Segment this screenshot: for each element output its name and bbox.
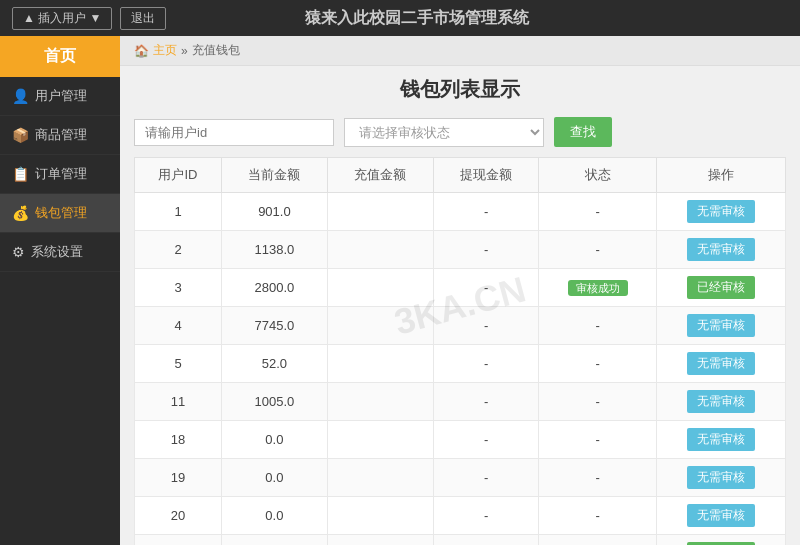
cell-user-id: 18 [135, 421, 222, 459]
page-title: 钱包列表显示 [134, 76, 786, 103]
cell-user-id: 3 [135, 269, 222, 307]
status-empty: - [596, 508, 600, 523]
table-row: 3 2800.0 - 审核成功 已经审核 [135, 269, 786, 307]
cell-status: 审核成功 [539, 269, 656, 307]
cell-recharge [327, 421, 433, 459]
cell-status: - [539, 345, 656, 383]
cell-current: 1138.0 [221, 231, 327, 269]
col-header-withdraw: 提现金额 [433, 158, 539, 193]
cell-withdraw: - [433, 231, 539, 269]
sidebar: 首页 👤 用户管理 📦 商品管理 📋 订单管理 💰 钱包管理 ⚙ 系统设置 [0, 36, 120, 545]
sidebar-item-order-mgmt[interactable]: 📋 订单管理 [0, 155, 120, 194]
cell-recharge [327, 345, 433, 383]
sidebar-label-system-settings: 系统设置 [31, 243, 83, 261]
cell-withdraw: - [433, 421, 539, 459]
cell-user-id: 5 [135, 345, 222, 383]
col-header-status: 状态 [539, 158, 656, 193]
content-area: 3KA.CN 钱包列表显示 请选择审核状态 无需审核 审核成功 审核失败 查找 … [120, 66, 800, 545]
cell-status: - [539, 459, 656, 497]
breadcrumb-home-link[interactable]: 主页 [153, 42, 177, 59]
user-id-input[interactable] [134, 119, 334, 146]
cell-withdraw: - [433, 307, 539, 345]
wallet-icon: 💰 [12, 205, 29, 221]
exit-button[interactable]: 退出 [120, 7, 166, 30]
cell-user-id: 11 [135, 383, 222, 421]
main-content: 🏠 主页 » 充值钱包 3KA.CN 钱包列表显示 请选择审核状态 无需审核 审… [120, 36, 800, 545]
col-header-recharge: 充值金额 [327, 158, 433, 193]
insert-user-button[interactable]: ▲ 插入用户 ▼ [12, 7, 112, 30]
table-row: 11 1005.0 - - 无需审核 [135, 383, 786, 421]
cell-status: - [539, 231, 656, 269]
cell-withdraw: - [433, 269, 539, 307]
table-row: 5 52.0 - - 无需审核 [135, 345, 786, 383]
action-button[interactable]: 无需审核 [687, 314, 755, 337]
cell-current: 0.0 [221, 497, 327, 535]
cell-recharge [327, 269, 433, 307]
action-button[interactable]: 无需审核 [687, 200, 755, 223]
status-select[interactable]: 请选择审核状态 无需审核 审核成功 审核失败 [344, 118, 544, 147]
action-button[interactable]: 无需审核 [687, 504, 755, 527]
cell-action: 无需审核 [656, 383, 785, 421]
col-header-current: 当前金额 [221, 158, 327, 193]
cell-status: - [539, 497, 656, 535]
sidebar-label-wallet-mgmt: 钱包管理 [35, 204, 87, 222]
sidebar-item-system-settings[interactable]: ⚙ 系统设置 [0, 233, 120, 272]
action-button[interactable]: 无需审核 [687, 466, 755, 489]
cell-status: - [539, 383, 656, 421]
sidebar-item-user-mgmt[interactable]: 👤 用户管理 [0, 77, 120, 116]
action-button[interactable]: 无需审核 [687, 428, 755, 451]
col-header-user-id: 用户ID [135, 158, 222, 193]
cell-current: 2800.0 [221, 269, 327, 307]
sidebar-home-label[interactable]: 首页 [0, 36, 120, 77]
sidebar-label-goods-mgmt: 商品管理 [35, 126, 87, 144]
cell-user-id: 20 [135, 497, 222, 535]
cell-user-id: 1 [135, 193, 222, 231]
cell-action: 无需审核 [656, 421, 785, 459]
breadcrumb-current: 充值钱包 [192, 42, 240, 59]
breadcrumb: 🏠 主页 » 充值钱包 [120, 36, 800, 66]
cell-status: - [539, 307, 656, 345]
cell-recharge [327, 307, 433, 345]
cell-current: 901.0 [221, 193, 327, 231]
table-row: 20 0.0 - - 无需审核 [135, 497, 786, 535]
user-icon: 👤 [12, 88, 29, 104]
table-row: 2 1138.0 - - 无需审核 [135, 231, 786, 269]
sidebar-label-user-mgmt: 用户管理 [35, 87, 87, 105]
cell-status: - [539, 421, 656, 459]
action-button[interactable]: 无需审核 [687, 238, 755, 261]
cell-action: 无需审核 [656, 459, 785, 497]
cell-recharge [327, 383, 433, 421]
cell-user-id: 2 [135, 231, 222, 269]
action-button[interactable]: 无需审核 [687, 390, 755, 413]
action-button[interactable]: 已经审核 [687, 276, 755, 299]
wallet-table: 用户ID 当前金额 充值金额 提现金额 状态 操作 1 901.0 - - 无需… [134, 157, 786, 545]
cell-current: 52.0 [221, 345, 327, 383]
cell-current: 0.0 [221, 421, 327, 459]
breadcrumb-separator: » [181, 44, 188, 58]
search-button[interactable]: 查找 [554, 117, 612, 147]
status-empty: - [596, 470, 600, 485]
cell-withdraw: - [433, 345, 539, 383]
status-empty: - [596, 356, 600, 371]
cell-user-id: 19 [135, 459, 222, 497]
cell-action: 无需审核 [656, 497, 785, 535]
table-row: 1 901.0 - - 无需审核 [135, 193, 786, 231]
status-empty: - [596, 432, 600, 447]
status-empty: - [596, 318, 600, 333]
cell-action: 无需审核 [656, 345, 785, 383]
cell-recharge [327, 459, 433, 497]
cell-action: 已经审核 [656, 269, 785, 307]
cell-action: 已经审核 [656, 535, 785, 546]
cell-user-id: 21 [135, 535, 222, 546]
cell-withdraw: - [433, 193, 539, 231]
table-row: 18 0.0 - - 无需审核 [135, 421, 786, 459]
sidebar-item-goods-mgmt[interactable]: 📦 商品管理 [0, 116, 120, 155]
action-button[interactable]: 无需审核 [687, 352, 755, 375]
status-empty: - [596, 204, 600, 219]
cell-action: 无需审核 [656, 307, 785, 345]
sidebar-item-wallet-mgmt[interactable]: 💰 钱包管理 [0, 194, 120, 233]
cell-withdraw: - [433, 383, 539, 421]
filter-bar: 请选择审核状态 无需审核 审核成功 审核失败 查找 [134, 117, 786, 147]
status-empty: - [596, 394, 600, 409]
cell-user-id: 4 [135, 307, 222, 345]
